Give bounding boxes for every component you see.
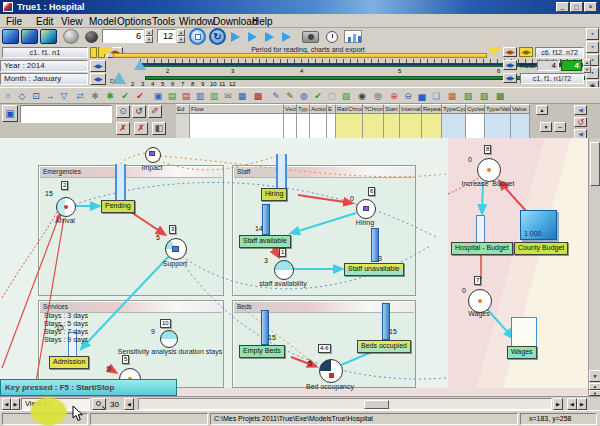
menu-view[interactable]: View <box>61 16 83 27</box>
open-model-icon[interactable] <box>21 29 38 44</box>
step-forward-icon[interactable] <box>265 32 274 42</box>
delete-flow-button[interactable]: ✗ <box>116 122 130 135</box>
period-end-marker[interactable] <box>487 47 501 56</box>
menu-download[interactable]: Download <box>213 16 257 27</box>
save-model-icon[interactable] <box>40 29 57 44</box>
row-minus[interactable]: – <box>554 122 566 132</box>
save-row-button[interactable]: ◧ <box>152 122 166 135</box>
month-slider[interactable] <box>140 63 585 67</box>
folder-red-icon[interactable]: ▤ <box>180 90 192 102</box>
exchange-icon[interactable]: ⇄ <box>74 90 86 102</box>
pin-icon[interactable]: ⊕ <box>388 90 400 102</box>
month-cursor[interactable] <box>134 60 146 70</box>
model-canvas[interactable]: Emergencies Staff Services Beds <box>0 138 600 396</box>
support-node[interactable] <box>165 238 187 260</box>
flow-name-field[interactable] <box>20 105 112 123</box>
bars-chart-icon[interactable]: ▅ <box>416 90 428 102</box>
cell-action[interactable] <box>310 114 327 140</box>
h-scroll-right-button[interactable]: ▶ <box>553 398 563 410</box>
erase-button[interactable]: ✐ <box>148 105 162 118</box>
chart-window-icon[interactable] <box>344 30 362 43</box>
menu-help[interactable]: Help <box>252 16 273 27</box>
col-interval[interactable]: Interval <box>400 104 422 114</box>
cell-ed[interactable] <box>176 114 190 140</box>
day-slider[interactable] <box>145 76 585 80</box>
county-budget-label[interactable]: County Budget <box>514 242 568 255</box>
palette-icon[interactable]: ▦ <box>446 90 458 102</box>
hospital-budget-label[interactable]: Hospital - Budget <box>451 242 513 255</box>
staff-available-label[interactable]: Staff available <box>239 235 291 248</box>
period-start-marker[interactable] <box>99 47 113 56</box>
cell-qchrono[interactable] <box>363 114 384 140</box>
chrono-button[interactable]: ⊙ <box>116 105 130 118</box>
col-e[interactable]: E <box>327 104 336 114</box>
check-red-icon[interactable]: ✔ <box>134 90 146 102</box>
globe-icon[interactable]: ◍ <box>298 90 310 102</box>
stop-button[interactable] <box>189 28 206 45</box>
county-budget-cube[interactable]: 1 000 <box>520 210 557 240</box>
undo-flow-button[interactable]: ↺ <box>574 117 587 127</box>
record-button[interactable] <box>85 31 98 43</box>
cell-flow[interactable] <box>190 114 284 140</box>
minimize-button[interactable]: _ <box>556 2 569 12</box>
empty-beds-label[interactable]: Empty Beds <box>239 345 285 358</box>
year-nav-arrows[interactable]: ◀▶ <box>90 60 106 72</box>
chart-edit2-icon[interactable]: ▨ <box>478 90 490 102</box>
col-cycles[interactable]: Cycles <box>466 104 485 114</box>
pin2-icon[interactable]: ⊖ <box>402 90 414 102</box>
hiring-node[interactable] <box>356 199 376 219</box>
doc-green-icon[interactable]: ▥ <box>208 90 220 102</box>
col-action[interactable]: Action <box>310 104 327 114</box>
col-typevalue[interactable]: Type/Value <box>485 104 511 114</box>
delete-all-button[interactable]: ✗ <box>134 122 148 135</box>
menu-file[interactable]: File <box>6 16 22 27</box>
save-flow-button[interactable]: ▣ <box>2 105 18 122</box>
cell-typ[interactable] <box>297 114 310 140</box>
new-model-icon[interactable] <box>2 29 19 44</box>
month-field[interactable]: Month : January <box>0 73 88 85</box>
cell-start[interactable] <box>384 114 400 140</box>
chart-edit3-icon[interactable]: ▩ <box>494 90 506 102</box>
arrival-node[interactable] <box>56 197 76 217</box>
cell-bottom-nav-arrows[interactable]: ◀▶ <box>503 73 517 83</box>
menu-edit[interactable]: Edit <box>36 16 53 27</box>
view-prev-button[interactable]: ◀ <box>2 398 11 410</box>
sphere-button[interactable] <box>63 29 79 44</box>
step-forward2-icon[interactable] <box>282 32 291 42</box>
hiring-box-label[interactable]: Hiring <box>261 188 287 201</box>
period-bar[interactable] <box>113 53 487 58</box>
cell-ratchrono[interactable] <box>336 114 363 140</box>
beds-occupied-label[interactable]: Beds occupied <box>357 340 411 353</box>
grid-spinner-up[interactable]: ▲ <box>177 29 185 36</box>
row-scroll-down[interactable]: ▼ <box>540 122 552 132</box>
chart-edit1-icon[interactable]: ▧ <box>462 90 474 102</box>
h-scroll-thumb[interactable] <box>364 400 389 409</box>
cell-ref-field[interactable]: c1. f1. n1 <box>2 47 88 58</box>
cell-interval[interactable] <box>400 114 422 140</box>
clock-icon[interactable] <box>326 31 338 43</box>
droplet-icon[interactable]: ▽ <box>58 90 70 102</box>
col-value[interactable]: Value <box>511 104 530 114</box>
cell-ref-right-field[interactable]: c6. f12. n72 <box>535 47 584 58</box>
check-green-icon[interactable]: ✔ <box>119 90 131 102</box>
rest-speed-field[interactable]: 4 <box>561 60 582 71</box>
marker-button-1[interactable] <box>90 47 97 58</box>
range-marker-button[interactable]: ◀▶ <box>519 47 533 57</box>
gear-run-icon[interactable]: ✱ <box>104 90 116 102</box>
eye-off-icon[interactable]: ◎ <box>372 90 384 102</box>
col-start[interactable]: Start <box>384 104 400 114</box>
save-blue-icon[interactable]: ▣ <box>152 90 164 102</box>
maximize-button[interactable]: □ <box>570 2 583 12</box>
admission-label[interactable]: Admission <box>49 356 89 369</box>
cell-repeat[interactable] <box>422 114 442 140</box>
lock-icon[interactable]: ⊡ <box>30 90 42 102</box>
wages-box-label[interactable]: Wages <box>507 346 537 359</box>
col-vect[interactable]: Vect <box>284 104 297 114</box>
prev-flow-button[interactable]: ◀ <box>574 105 587 115</box>
col-typ[interactable]: Typ. <box>297 104 310 114</box>
cell-e[interactable] <box>327 114 336 140</box>
node-circle-icon[interactable]: ○ <box>2 90 14 102</box>
pending-label[interactable]: Pending <box>101 200 135 213</box>
col-ed[interactable]: Ed <box>176 104 190 114</box>
blank-icon[interactable]: ▢ <box>326 90 338 102</box>
